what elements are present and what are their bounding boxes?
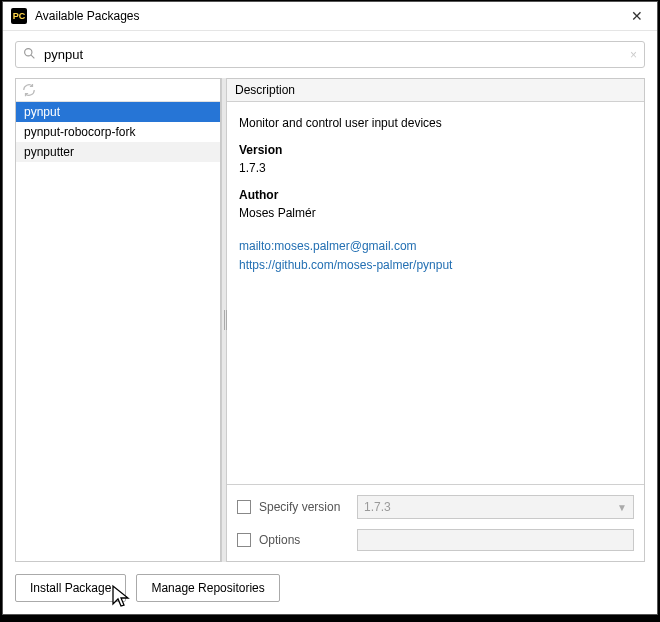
- list-item[interactable]: pynputter: [16, 142, 220, 162]
- description-panel: Description Monitor and control user inp…: [227, 78, 645, 562]
- options-input[interactable]: [357, 529, 634, 551]
- install-options: Specify version 1.7.3 ▼ Options: [227, 484, 644, 561]
- version-select-value: 1.7.3: [364, 500, 391, 514]
- available-packages-dialog: PC Available Packages ✕ × pynputpynput-r…: [2, 1, 658, 615]
- version-label: Version: [239, 141, 632, 160]
- window-title: Available Packages: [35, 9, 617, 23]
- package-list[interactable]: pynputpynput-robocorp-forkpynputter: [16, 102, 220, 561]
- clear-search-icon[interactable]: ×: [630, 48, 637, 62]
- version-value: 1.7.3: [239, 159, 632, 178]
- mailto-link[interactable]: mailto:moses.palmer@gmail.com: [239, 237, 632, 256]
- description-body: Monitor and control user input devices V…: [227, 102, 644, 484]
- specify-version-checkbox[interactable]: [237, 500, 251, 514]
- author-label: Author: [239, 186, 632, 205]
- main-area: pynputpynput-robocorp-forkpynputter Desc…: [3, 78, 657, 562]
- specify-version-label: Specify version: [259, 500, 349, 514]
- package-list-panel: pynputpynput-robocorp-forkpynputter: [15, 78, 221, 562]
- list-item[interactable]: pynput-robocorp-fork: [16, 122, 220, 142]
- repo-link[interactable]: https://github.com/moses-palmer/pynput: [239, 256, 632, 275]
- options-checkbox[interactable]: [237, 533, 251, 547]
- search-input[interactable]: [44, 47, 616, 62]
- titlebar: PC Available Packages ✕: [3, 2, 657, 31]
- refresh-button[interactable]: [16, 79, 220, 102]
- footer: Install Package Manage Repositories: [3, 562, 657, 614]
- search-row: ×: [3, 31, 657, 78]
- list-item[interactable]: pynput: [16, 102, 220, 122]
- splitter[interactable]: [221, 78, 227, 562]
- manage-repositories-button[interactable]: Manage Repositories: [136, 574, 279, 602]
- close-icon[interactable]: ✕: [625, 8, 649, 24]
- options-label: Options: [259, 533, 349, 547]
- version-select[interactable]: 1.7.3 ▼: [357, 495, 634, 519]
- refresh-icon: [22, 83, 36, 97]
- package-summary: Monitor and control user input devices: [239, 114, 632, 133]
- description-header: Description: [227, 79, 644, 102]
- author-value: Moses Palmér: [239, 204, 632, 223]
- chevron-down-icon: ▼: [617, 502, 627, 513]
- pycharm-icon: PC: [11, 8, 27, 24]
- install-package-button[interactable]: Install Package: [15, 574, 126, 602]
